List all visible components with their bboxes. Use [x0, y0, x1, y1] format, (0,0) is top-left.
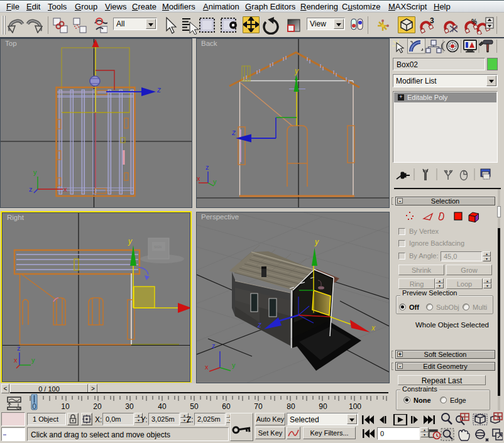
svg-text:x: x: [63, 185, 67, 193]
svg-text:3: 3: [430, 17, 434, 25]
svg-text:40: 40: [158, 402, 167, 410]
svg-text:80: 80: [287, 402, 295, 410]
svg-text:60: 60: [222, 402, 231, 410]
svg-text:z: z: [29, 185, 33, 193]
svg-text:y: y: [213, 178, 217, 185]
svg-text:x: x: [371, 324, 376, 332]
svg-text:10: 10: [61, 402, 70, 410]
svg-text:SIGN: SIGN: [154, 245, 162, 249]
svg-text:20: 20: [93, 402, 102, 410]
svg-text:z: z: [212, 342, 216, 349]
svg-text:y: y: [232, 361, 236, 369]
svg-text:y: y: [33, 168, 37, 176]
svg-text:100: 100: [349, 402, 361, 410]
svg-text:y: y: [128, 237, 133, 246]
svg-text:50: 50: [190, 402, 199, 410]
svg-text:y: y: [31, 356, 35, 364]
svg-text:z: z: [17, 344, 21, 352]
svg-text:x: x: [14, 356, 18, 364]
svg-text:y: y: [314, 238, 319, 246]
svg-text:%: %: [471, 18, 477, 25]
svg-text:z: z: [231, 128, 236, 137]
svg-text:x: x: [205, 363, 209, 371]
svg-text:z: z: [156, 85, 161, 94]
svg-text:90: 90: [319, 402, 327, 410]
svg-text:30: 30: [125, 402, 134, 410]
svg-text:z: z: [257, 320, 261, 329]
svg-text:y: y: [294, 67, 299, 75]
svg-text:z: z: [205, 163, 209, 171]
svg-text:x: x: [197, 175, 200, 182]
svg-text:0: 0: [32, 402, 36, 410]
svg-text:70: 70: [254, 402, 263, 410]
